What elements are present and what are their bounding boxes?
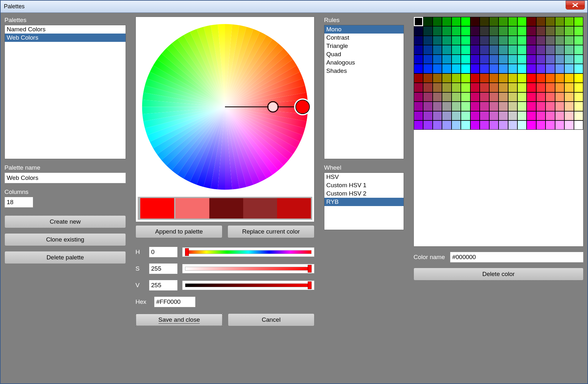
palette-cell[interactable] <box>414 55 423 64</box>
palette-cell[interactable] <box>433 73 442 83</box>
palette-cell[interactable] <box>442 92 451 102</box>
palette-cell[interactable] <box>555 73 564 83</box>
save-and-close-button[interactable]: Save and close <box>135 313 223 326</box>
palette-cell[interactable] <box>423 83 432 92</box>
list-item[interactable]: Quad <box>324 50 404 58</box>
palette-cell[interactable] <box>508 83 517 92</box>
swatch[interactable] <box>175 198 209 219</box>
palette-cell[interactable] <box>470 36 480 45</box>
palette-cell[interactable] <box>499 17 508 26</box>
palette-cell[interactable] <box>517 17 527 26</box>
palette-cell[interactable] <box>480 92 489 102</box>
palette-cell[interactable] <box>414 64 423 73</box>
palette-cell[interactable] <box>414 92 423 102</box>
palette-cell[interactable] <box>545 83 555 92</box>
palette-cell[interactable] <box>489 55 499 64</box>
palette-cell[interactable] <box>452 17 461 26</box>
palette-cell[interactable] <box>508 120 517 130</box>
palette-cell[interactable] <box>414 36 423 45</box>
palette-cell[interactable] <box>442 102 451 111</box>
palette-cell[interactable] <box>480 55 489 64</box>
create-new-button[interactable]: Create new <box>4 215 126 228</box>
palette-cell[interactable] <box>452 102 461 111</box>
palette-cell[interactable] <box>517 120 527 130</box>
palette-cell[interactable] <box>433 17 442 26</box>
delete-palette-button[interactable]: Delete palette <box>4 251 126 264</box>
palette-cell[interactable] <box>423 111 432 120</box>
palette-cell[interactable] <box>470 55 480 64</box>
palette-cell[interactable] <box>517 102 527 111</box>
palette-cell[interactable] <box>423 45 432 54</box>
palette-cell[interactable] <box>545 17 555 26</box>
wheel-listbox[interactable]: HSVCustom HSV 1Custom HSV 2RYB <box>324 173 404 230</box>
palette-cell[interactable] <box>461 55 470 64</box>
palette-cell[interactable] <box>414 83 423 92</box>
palette-cell[interactable] <box>527 120 536 130</box>
v-input[interactable] <box>149 280 178 291</box>
palette-cell[interactable] <box>433 36 442 45</box>
palette-cell[interactable] <box>489 64 499 73</box>
palette-cell[interactable] <box>499 111 508 120</box>
palette-cell[interactable] <box>545 36 555 45</box>
palette-cell[interactable] <box>574 64 583 73</box>
palette-cell[interactable] <box>489 83 499 92</box>
palette-cell[interactable] <box>461 26 470 35</box>
palette-cell[interactable] <box>499 64 508 73</box>
palette-cell[interactable] <box>414 17 423 26</box>
palette-cell[interactable] <box>555 45 564 54</box>
palette-cell[interactable] <box>499 102 508 111</box>
list-item[interactable]: Mono <box>324 25 404 34</box>
palette-cell[interactable] <box>545 64 555 73</box>
palette-cell[interactable] <box>508 92 517 102</box>
palette-cell[interactable] <box>423 120 432 130</box>
palette-cell[interactable] <box>461 64 470 73</box>
palette-cell[interactable] <box>574 73 583 83</box>
s-input[interactable] <box>149 263 178 274</box>
palette-cell[interactable] <box>470 26 480 35</box>
palette-cell[interactable] <box>555 92 564 102</box>
palette-cell[interactable] <box>555 120 564 130</box>
palette-cell[interactable] <box>480 83 489 92</box>
palette-cell[interactable] <box>555 83 564 92</box>
palette-cell[interactable] <box>536 17 545 26</box>
swatch[interactable] <box>139 197 175 220</box>
palette-cell[interactable] <box>423 55 432 64</box>
palette-cell[interactable] <box>452 64 461 73</box>
cancel-button[interactable]: Cancel <box>228 313 314 326</box>
palette-cell[interactable] <box>461 92 470 102</box>
palettes-listbox[interactable]: Named ColorsWeb Colors <box>4 25 126 159</box>
swatch[interactable] <box>243 198 277 219</box>
generated-swatches[interactable] <box>138 197 312 220</box>
palette-cell[interactable] <box>517 36 527 45</box>
palette-cell[interactable] <box>470 111 480 120</box>
palette-cell[interactable] <box>461 102 470 111</box>
palette-cell[interactable] <box>423 36 432 45</box>
v-slider[interactable] <box>182 280 314 290</box>
list-item[interactable]: Custom HSV 2 <box>324 189 404 198</box>
palette-cell[interactable] <box>423 17 432 26</box>
palette-cell[interactable] <box>527 17 536 26</box>
palette-cell[interactable] <box>414 120 423 130</box>
palette-cell[interactable] <box>527 83 536 92</box>
h-slider[interactable] <box>182 247 314 257</box>
palette-cell[interactable] <box>470 102 480 111</box>
palette-cell[interactable] <box>461 36 470 45</box>
palette-cell[interactable] <box>414 111 423 120</box>
palette-cell[interactable] <box>536 83 545 92</box>
palette-cell[interactable] <box>461 120 470 130</box>
palette-cell[interactable] <box>461 73 470 83</box>
palette-cell[interactable] <box>536 45 545 54</box>
palette-cell[interactable] <box>574 111 583 120</box>
palette-cell[interactable] <box>480 120 489 130</box>
palette-cell[interactable] <box>489 73 499 83</box>
palette-cell[interactable] <box>527 73 536 83</box>
palette-cell[interactable] <box>574 26 583 35</box>
palette-cell[interactable] <box>536 120 545 130</box>
palette-cell[interactable] <box>489 45 499 54</box>
palette-cell[interactable] <box>442 55 451 64</box>
palette-cell[interactable] <box>461 17 470 26</box>
palette-cell[interactable] <box>470 45 480 54</box>
palette-cell[interactable] <box>536 26 545 35</box>
palette-cell[interactable] <box>545 73 555 83</box>
palette-cell[interactable] <box>480 102 489 111</box>
